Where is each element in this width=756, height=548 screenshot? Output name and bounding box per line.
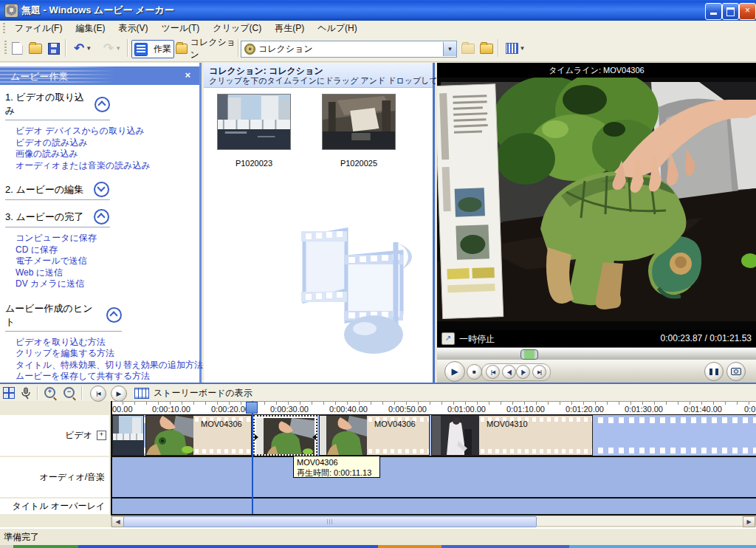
- stop-button[interactable]: ■: [467, 364, 482, 380]
- undo-button[interactable]: ↶ ▼: [70, 40, 95, 57]
- collection-item[interactable]: P1020025: [322, 94, 396, 168]
- timeline-clip-mov04306[interactable]: MOV04306: [145, 415, 252, 456]
- time-display: 0:00:23.87 / 0:01:21.53: [661, 333, 752, 343]
- menu-tools[interactable]: ツール(T): [154, 21, 206, 35]
- rewind-timeline-button[interactable]: |◀: [90, 386, 106, 402]
- timeline-clip-mov04310[interactable]: MOV04310: [431, 415, 593, 456]
- title-overlay-track[interactable]: [112, 499, 756, 514]
- title-track-label-text: タイトル オーバーレイ: [12, 500, 105, 513]
- views-button[interactable]: ▼: [504, 40, 527, 57]
- toolbar-separator: [238, 39, 239, 57]
- playhead-marker[interactable]: [246, 402, 258, 414]
- video-track[interactable]: MOV04306: [112, 415, 756, 456]
- collection-item[interactable]: P1020023: [217, 94, 291, 168]
- trim-handle-left[interactable]: [255, 434, 258, 440]
- collection-item-label: P1020025: [322, 159, 396, 168]
- menu-edit[interactable]: 編集(E): [69, 21, 111, 35]
- collections-toggle-button[interactable]: コレクション: [176, 40, 236, 57]
- chevron-up-icon: [109, 311, 117, 319]
- link-how-save-share[interactable]: ムービーを保存して共有する方法: [16, 371, 186, 383]
- timeline-ruler[interactable]: 00.00 0:00:10.00 0:00:20.00 0:00:30.00 0…: [111, 401, 756, 415]
- open-project-button[interactable]: [27, 40, 44, 57]
- tasks-pane-close-icon[interactable]: ×: [185, 69, 190, 81]
- section-capture-video-heading: 1. ビデオの取り込み: [5, 91, 84, 117]
- take-picture-button[interactable]: [726, 362, 746, 381]
- tasks-toggle-button[interactable]: 作業: [131, 40, 174, 58]
- minimize-button[interactable]: [705, 3, 722, 20]
- menu-view[interactable]: 表示(V): [111, 21, 154, 35]
- next-frame-button[interactable]: ▶|: [532, 365, 546, 379]
- close-button[interactable]: ×: [739, 3, 756, 20]
- menu-help[interactable]: ヘルプ(H): [311, 21, 364, 35]
- zoom-out-button[interactable]: −: [63, 387, 75, 398]
- expand-section-button[interactable]: [94, 182, 109, 197]
- menu-grip[interactable]: [3, 23, 5, 33]
- previous-frame-button[interactable]: |◀: [486, 365, 500, 379]
- link-how-edit[interactable]: クリップを編集する方法: [16, 348, 186, 360]
- collapse-section-button[interactable]: [106, 307, 122, 323]
- link-save-to-cd[interactable]: CD に保存: [16, 244, 186, 256]
- split-clip-button[interactable]: [704, 362, 724, 381]
- playhead-line[interactable]: [252, 401, 253, 514]
- audio-track[interactable]: [112, 457, 756, 497]
- combobox-dropdown-button[interactable]: ▼: [443, 42, 456, 56]
- zoom-in-button[interactable]: +: [44, 387, 55, 398]
- fullscreen-button[interactable]: ↗: [441, 332, 455, 345]
- timeline-horizontal-scrollbar[interactable]: ◀ ▶: [111, 516, 756, 527]
- seek-bar[interactable]: [437, 347, 756, 360]
- maximize-button[interactable]: [722, 3, 739, 20]
- step-back-button[interactable]: ◀||: [502, 365, 516, 379]
- title-bar[interactable]: 無題 - Windows ムービー メーカー ×: [0, 0, 756, 21]
- timeline-clip-selected[interactable]: [253, 415, 317, 456]
- trim-handle-right[interactable]: [312, 434, 316, 440]
- playback-state: 一時停止: [459, 333, 495, 346]
- narrate-timeline-button[interactable]: [21, 387, 31, 400]
- scrollbar-thumb[interactable]: [123, 516, 537, 527]
- seek-thumb[interactable]: [520, 349, 538, 360]
- play-button[interactable]: ▶: [444, 361, 465, 382]
- scroll-left-button[interactable]: ◀: [111, 516, 124, 527]
- link-import-audio[interactable]: オーディオまたは音楽の読み込み: [16, 160, 186, 172]
- save-project-button[interactable]: [46, 40, 62, 57]
- toolbar-separator: [65, 39, 66, 57]
- timeline-clip-mov04306-2[interactable]: MOV04306: [319, 415, 430, 456]
- link-import-video[interactable]: ビデオの読み込み: [16, 137, 186, 149]
- new-project-button[interactable]: [9, 40, 25, 57]
- storyboard-toggle[interactable]: ストーリーボードの表示: [134, 387, 252, 400]
- taskbar-sliver: [441, 545, 569, 548]
- link-capture-from-device[interactable]: ビデオ デバイスからの取り込み: [16, 126, 186, 137]
- expand-video-track-button[interactable]: +: [97, 431, 106, 440]
- menu-file[interactable]: ファイル(F): [8, 21, 69, 35]
- collection-item-label: P1020023: [217, 159, 291, 168]
- play-timeline-button[interactable]: ▶: [111, 386, 127, 402]
- menu-bar: ファイル(F) 編集(E) 表示(V) ツール(T) クリップ(C) 再生(P)…: [0, 21, 756, 36]
- link-how-titles-effects[interactable]: タイトル、特殊効果、切り替え効果の追加方法: [16, 360, 186, 371]
- up-one-level-button[interactable]: [460, 40, 476, 57]
- timeline-clip-photo[interactable]: [112, 415, 144, 456]
- ruler-tick: 0:01:00.00: [447, 405, 486, 414]
- up-folder-icon: [461, 44, 475, 54]
- collapse-section-button[interactable]: [94, 97, 110, 112]
- new-collection-folder-button[interactable]: [478, 40, 495, 57]
- redo-button[interactable]: ↷ ▼: [100, 40, 125, 57]
- menu-clip[interactable]: クリップ(C): [206, 21, 268, 35]
- link-save-to-computer[interactable]: コンピュータに保存: [16, 233, 186, 244]
- step-forward-button[interactable]: ||▶: [516, 365, 530, 379]
- step-back-icon: ◀||: [507, 369, 512, 375]
- collection-pane: コレクション: コレクション クリップを下のタイムラインにドラッグ アンド ドロ…: [204, 63, 435, 383]
- menu-play[interactable]: 再生(P): [268, 21, 311, 35]
- collection-combobox[interactable]: コレクション ▼: [241, 41, 457, 58]
- rewind-icon: |◀: [97, 391, 100, 397]
- link-how-capture[interactable]: ビデオを取り込む方法: [16, 337, 186, 349]
- link-send-email[interactable]: 電子メールで送信: [16, 256, 186, 267]
- collapse-section-button[interactable]: [94, 209, 109, 225]
- redo-dropdown-icon: ▼: [115, 45, 121, 52]
- scroll-right-button[interactable]: ▶: [743, 516, 755, 527]
- link-send-web[interactable]: Web に送信: [16, 267, 186, 279]
- views-dropdown-icon: ▼: [520, 45, 526, 52]
- link-send-dv-camera[interactable]: DV カメラに送信: [16, 278, 186, 290]
- ruler-tick: 0:01:40.00: [684, 405, 722, 414]
- link-import-pictures[interactable]: 画像の読み込み: [16, 148, 186, 160]
- timeline-view-button[interactable]: [3, 387, 15, 399]
- toolbar-grip[interactable]: [4, 41, 7, 55]
